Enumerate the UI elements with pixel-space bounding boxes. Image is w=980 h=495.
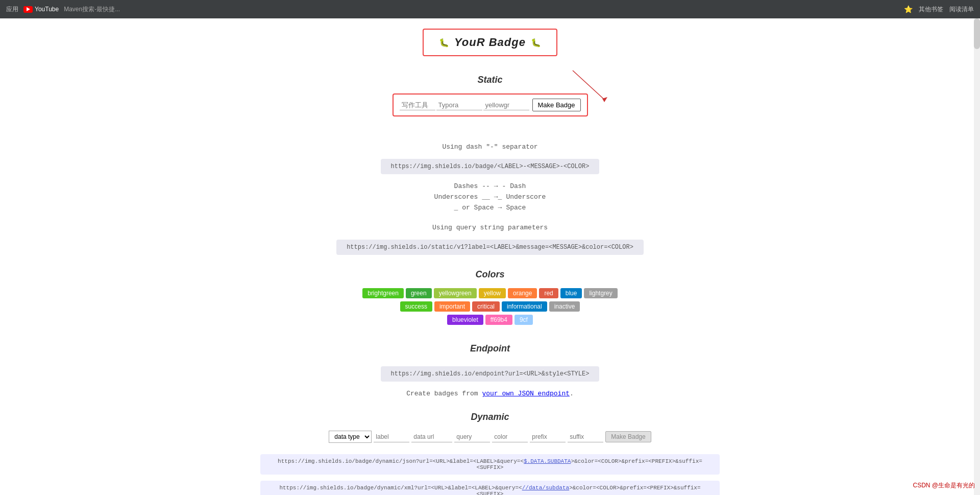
dashes-label: Dashes --	[454, 182, 490, 190]
scrollbar-thumb[interactable]	[974, 18, 980, 49]
data-type-select[interactable]: data type json xml yaml	[329, 431, 372, 443]
youtube-play-icon	[27, 7, 30, 11]
xml-subdata-link[interactable]: //data/subdata	[522, 485, 569, 491]
underscores-arrow: →_	[494, 193, 502, 201]
color-badge-yellow[interactable]: yellow	[479, 288, 506, 298]
browser-bar: 应用 YouTube Maven搜索-最快捷... ⭐ 其他书签 阅读清单	[0, 0, 980, 18]
query-url: https://img.shields.io/static/v1?label=<…	[336, 240, 644, 255]
color-badge-orange[interactable]: orange	[508, 288, 537, 298]
color-badge-success[interactable]: success	[400, 301, 432, 312]
color-badge-informational[interactable]: informational	[502, 301, 547, 312]
dashes-result: - Dash	[502, 182, 526, 190]
dashes-row: Dashes -- → - Dash	[454, 182, 526, 190]
separator-intro: Using dash "-" separator	[442, 143, 537, 151]
underscores-result: Underscore	[506, 193, 546, 201]
space-result: Space	[506, 204, 526, 211]
separator-info: Dashes -- → - Dash Underscores __ →_ Und…	[434, 182, 546, 211]
dynamic-dataurl-input[interactable]	[411, 432, 452, 442]
json-subdata-link[interactable]: $.DATA.SUBDATA	[524, 458, 571, 464]
dynamic-label-input[interactable]	[374, 432, 409, 442]
badge-emoji-left: 🐛	[439, 38, 449, 48]
youtube-logo-icon	[23, 6, 33, 13]
dynamic-form: data type json xml yaml Make Badge	[329, 431, 651, 443]
reading-list[interactable]: 阅读清单	[949, 5, 974, 14]
query-intro: Using query string parameters	[432, 224, 548, 231]
color-badge-green[interactable]: green	[406, 288, 432, 298]
app-label: 应用	[6, 5, 18, 14]
dynamic-query-input[interactable]	[454, 432, 490, 442]
color-badge-important[interactable]: important	[434, 301, 470, 312]
dynamic-xml-url: https://img.shields.io/badge/dynamic/xml…	[260, 481, 720, 495]
underscores-row: Underscores __ →_ Underscore	[434, 193, 546, 201]
endpoint-url: https://img.shields.io/endpoint?url=<URL…	[381, 366, 600, 382]
endpoint-description: Create badges from your own JSON endpoin…	[406, 390, 574, 397]
static-message-input[interactable]	[436, 100, 482, 110]
svg-marker-1	[602, 97, 607, 102]
svg-line-0	[573, 70, 603, 99]
dynamic-json-url: https://img.shields.io/badge/dynamic/jso…	[260, 454, 720, 475]
color-badge-brightgreen[interactable]: brightgreen	[362, 288, 404, 298]
colors-heading: Colors	[475, 269, 504, 280]
color-badge-blueviolet[interactable]: blueviolet	[447, 315, 483, 325]
dynamic-color-input[interactable]	[492, 432, 528, 442]
color-badge-inactive[interactable]: inactive	[549, 301, 580, 312]
color-badge-lightgrey[interactable]: lightgrey	[584, 288, 617, 298]
dynamic-heading: Dynamic	[471, 412, 509, 422]
color-badge-critical[interactable]: critical	[472, 301, 500, 312]
badge-preview: 🐛 YouR Badge 🐛	[423, 29, 557, 56]
colors-section: brightgreengreenyellowgreenyelloworanger…	[362, 288, 618, 325]
static-form: Make Badge	[393, 93, 588, 116]
badge-emoji-right: 🐛	[531, 38, 541, 48]
dynamic-prefix-input[interactable]	[530, 432, 566, 442]
dashes-arrow: →	[494, 182, 498, 190]
space-label: _ or Space	[454, 204, 494, 211]
dynamic-suffix-input[interactable]	[568, 432, 603, 442]
youtube-tab[interactable]: YouTube	[23, 6, 59, 13]
color-row-1: brightgreengreenyellowgreenyelloworanger…	[362, 288, 618, 298]
color-badge-red[interactable]: red	[539, 288, 558, 298]
static-color-input[interactable]	[483, 100, 529, 110]
csdn-watermark: CSDN @生命是有光的	[913, 481, 975, 490]
maven-tab[interactable]: Maven搜索-最快捷...	[64, 5, 120, 14]
space-arrow: →	[498, 204, 502, 211]
browser-bar-right: ⭐ 其他书签 阅读清单	[904, 5, 974, 14]
bookmark-icon: ⭐	[904, 5, 913, 13]
static-label-input[interactable]	[400, 100, 435, 110]
color-row-3: bluevioletff69b49cf	[447, 315, 533, 325]
color-row-2: successimportantcriticalinformationalina…	[400, 301, 580, 312]
dynamic-make-badge-button[interactable]: Make Badge	[605, 431, 651, 442]
scrollbar[interactable]	[974, 18, 980, 495]
page-content: 🐛 YouR Badge 🐛 Static Make Badge Using d…	[0, 18, 980, 495]
endpoint-heading: Endpoint	[470, 343, 510, 354]
color-badge-ff69b4[interactable]: ff69b4	[485, 315, 512, 325]
color-badge-blue[interactable]: blue	[560, 288, 582, 298]
space-row: _ or Space → Space	[454, 204, 526, 211]
underscores-label: Underscores __	[434, 193, 490, 201]
color-badge-9cf[interactable]: 9cf	[514, 315, 533, 325]
static-heading: Static	[477, 75, 502, 85]
youtube-label: YouTube	[35, 6, 59, 13]
separator-url: https://img.shields.io/badge/<LABEL>-<ME…	[381, 159, 600, 174]
browser-bar-left: 应用 YouTube Maven搜索-最快捷...	[6, 5, 120, 14]
json-endpoint-link[interactable]: your own JSON endpoint	[482, 390, 570, 397]
arrow-annotation	[562, 65, 634, 106]
badge-title: YouR Badge	[454, 36, 526, 49]
other-bookmarks[interactable]: 其他书签	[919, 5, 943, 14]
color-badge-yellowgreen[interactable]: yellowgreen	[434, 288, 477, 298]
